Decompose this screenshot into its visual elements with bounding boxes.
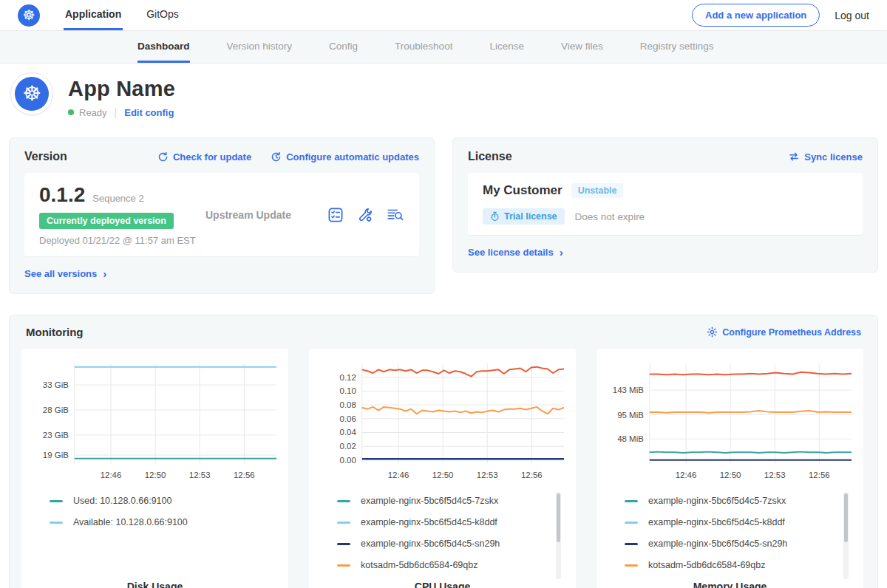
- app-avatar: ☸: [10, 72, 53, 115]
- link-label: Configure automatic updates: [286, 151, 419, 163]
- configure-automatic-updates-link[interactable]: Configure automatic updates: [271, 151, 419, 163]
- configure-prometheus-link[interactable]: Configure Prometheus Address: [707, 327, 861, 338]
- version-source: Upstream Update: [198, 209, 327, 221]
- svg-text:0.10: 0.10: [340, 386, 356, 395]
- svg-text:12:50: 12:50: [720, 471, 741, 479]
- memory-usage-chart: 48 MiB95 MiB143 MiB12:4612:5012:5312:56: [602, 356, 857, 483]
- sync-arrows-icon: [788, 151, 800, 162]
- logout-button[interactable]: Log out: [835, 10, 869, 21]
- top-tab-label: Application: [65, 8, 121, 20]
- legend-item: example-nginx-5bc6f5d4c5-7zskx: [625, 490, 850, 512]
- tab-label: View files: [561, 41, 603, 52]
- refresh-icon: [157, 151, 169, 163]
- tab-dashboard[interactable]: Dashboard: [137, 31, 190, 63]
- kubernetes-logo-icon: ☸: [18, 4, 40, 27]
- page-title: App Name: [68, 77, 175, 101]
- sequence-label: Sequence 2: [92, 193, 143, 204]
- top-tab-gitops[interactable]: GitOps: [145, 0, 180, 30]
- legend-label: kotsadm-5db6dc6584-69qbz: [648, 560, 765, 570]
- deployed-badge: Currently deployed version: [39, 213, 174, 229]
- check-for-update-link[interactable]: Check for update: [157, 151, 251, 163]
- stopwatch-icon: [490, 211, 500, 222]
- legend-label: example-nginx-5bc6f5d4c5-k8ddf: [648, 517, 785, 527]
- legend-item: example-nginx-5bc6f5d4c5-k8ddf: [625, 512, 850, 533]
- legend-label: Available: 10.128.0.66:9100: [73, 517, 188, 527]
- chart-legend: Used: 10.128.0.66:9100Available: 10.128.…: [50, 490, 275, 581]
- legend-scrollbar[interactable]: [556, 492, 561, 579]
- legend-color-dash: [337, 543, 350, 545]
- svg-text:95 MiB: 95 MiB: [617, 411, 644, 420]
- legend-item: kotsadm-5db6dc6584-69qbz: [625, 555, 850, 576]
- svg-text:0.00: 0.00: [340, 456, 356, 465]
- scrollbar-thumb[interactable]: [844, 493, 848, 542]
- svg-text:33 GiB: 33 GiB: [43, 380, 69, 389]
- chart-title: Disk Usage: [27, 581, 282, 588]
- disk-usage-card: 19 GiB23 GiB28 GiB33 GiB12:4612:5012:531…: [21, 349, 288, 588]
- tab-registry-settings[interactable]: Registry settings: [640, 31, 714, 63]
- memory-usage-card: 48 MiB95 MiB143 MiB12:4612:5012:5312:56 …: [597, 349, 863, 588]
- add-new-application-button[interactable]: Add a new application: [692, 4, 820, 27]
- legend-item: example-nginx-5bc6f5d4c5-sn29h: [625, 533, 850, 555]
- version-card: Version Check for update Configure autom…: [9, 137, 435, 294]
- legend-label: Used: 10.128.0.66:9100: [73, 496, 171, 506]
- tab-label: Troubleshoot: [395, 41, 452, 52]
- link-label: Sync license: [804, 151, 863, 163]
- link-label: Check for update: [173, 151, 251, 163]
- file-diff-icon[interactable]: [387, 207, 404, 223]
- see-license-details-link[interactable]: See license details ›: [468, 246, 563, 259]
- legend-label: example-nginx-5bc6f5d4c5-sn29h: [361, 539, 500, 549]
- wrench-gear-icon[interactable]: [357, 207, 373, 223]
- tab-view-files[interactable]: View files: [561, 31, 603, 63]
- legend-label: example-nginx-5bc6f5d4c5-7zskx: [361, 496, 498, 506]
- gear-icon: [707, 327, 718, 338]
- status-dot-icon: [68, 109, 74, 115]
- legend-color-dash: [337, 500, 350, 502]
- see-all-versions-link[interactable]: See all versions ›: [24, 267, 106, 280]
- cpu-usage-chart: 0.000.020.040.060.080.100.1212:4612:5012…: [315, 356, 570, 483]
- legend-scrollbar[interactable]: [843, 492, 849, 579]
- legend-label: example-nginx-5bc6f5d4c5-sn29h: [648, 539, 787, 549]
- chart-legend: example-nginx-5bc6f5d4c5-7zskxexample-ng…: [625, 490, 850, 581]
- tab-label: License: [489, 41, 524, 52]
- tab-version-history[interactable]: Version history: [227, 31, 293, 63]
- svg-text:0.08: 0.08: [340, 400, 356, 409]
- legend-label: kotsadm-5db6dc6584-69qbz: [361, 560, 478, 570]
- svg-text:0.12: 0.12: [340, 373, 356, 382]
- tab-troubleshoot[interactable]: Troubleshoot: [395, 31, 452, 63]
- tab-config[interactable]: Config: [329, 31, 358, 63]
- tab-label: Version history: [227, 41, 293, 52]
- scrollbar-thumb[interactable]: [557, 493, 560, 542]
- link-label: Configure Prometheus Address: [722, 327, 861, 338]
- legend-color-dash: [337, 522, 350, 524]
- legend-label: example-nginx-5bc6f5d4c5-7zskx: [648, 496, 786, 506]
- trial-license-badge: Trial license: [483, 208, 565, 225]
- monitoring-title: Monitoring: [26, 326, 83, 338]
- legend-item: Available: 10.128.0.66:9100: [50, 512, 275, 533]
- legend-item: example-nginx-5bc6f5d4c5-k8ddf: [337, 512, 563, 533]
- legend-color-dash: [625, 543, 638, 545]
- license-card-title: License: [468, 150, 512, 163]
- top-tab-application[interactable]: Application: [64, 0, 123, 30]
- app-subnav: Dashboard Version history Config Trouble…: [0, 31, 887, 64]
- version-number: 0.1.2: [39, 183, 85, 207]
- svg-text:28 GiB: 28 GiB: [43, 406, 69, 414]
- sync-license-link[interactable]: Sync license: [788, 151, 863, 163]
- tab-label: Config: [329, 41, 358, 52]
- cpu-usage-card: 0.000.020.040.060.080.100.1212:4612:5012…: [309, 349, 576, 588]
- legend-color-dash: [625, 522, 638, 524]
- chart-title: Memory Usage: [602, 581, 857, 588]
- svg-text:0.02: 0.02: [340, 442, 356, 451]
- brand-logo[interactable]: ☸: [18, 0, 40, 30]
- checklist-icon[interactable]: [327, 207, 344, 223]
- legend-color-dash: [337, 564, 350, 567]
- tab-label: Dashboard: [137, 41, 190, 52]
- tab-license[interactable]: License: [489, 31, 524, 63]
- top-navbar: ☸ Application GitOps Add a new applicati…: [0, 0, 887, 31]
- svg-text:12:53: 12:53: [477, 471, 498, 479]
- disk-usage-chart: 19 GiB23 GiB28 GiB33 GiB12:4612:5012:531…: [27, 356, 282, 483]
- link-label: See all versions: [24, 268, 97, 279]
- tab-label: Registry settings: [640, 41, 714, 52]
- current-version-panel: 0.1.2 Sequence 2 Currently deployed vers…: [24, 173, 419, 256]
- edit-config-link[interactable]: Edit config: [124, 107, 174, 118]
- svg-text:12:56: 12:56: [521, 471, 543, 479]
